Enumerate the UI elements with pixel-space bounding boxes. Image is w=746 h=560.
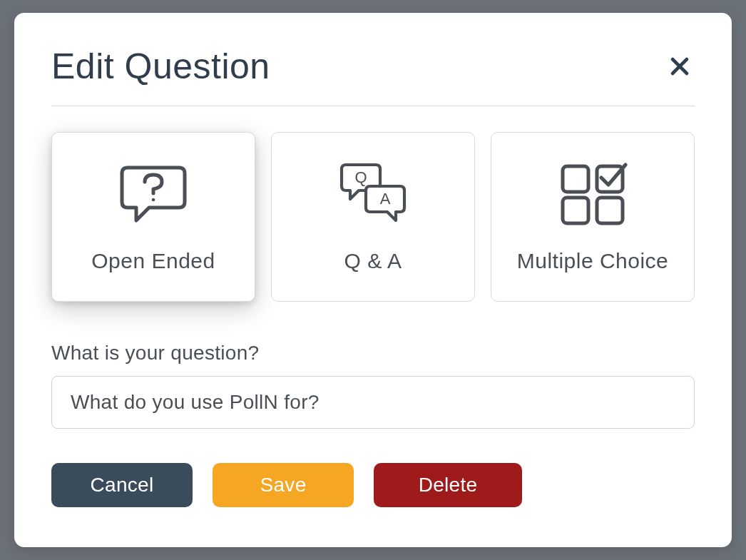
close-button[interactable] <box>665 51 695 81</box>
svg-rect-8 <box>597 198 623 223</box>
cancel-button[interactable]: Cancel <box>51 463 193 507</box>
type-card-multiple-choice[interactable]: Multiple Choice <box>491 132 695 302</box>
svg-point-2 <box>152 198 155 202</box>
question-input-label: What is your question? <box>51 342 695 365</box>
modal-actions: Cancel Save Delete <box>51 463 695 507</box>
svg-text:A: A <box>380 190 391 208</box>
checkbox-grid-icon <box>557 161 628 226</box>
type-card-qa[interactable]: Q A Q & A <box>271 132 475 302</box>
type-label: Multiple Choice <box>517 249 669 273</box>
type-card-open-ended[interactable]: Open Ended <box>51 132 255 302</box>
svg-rect-7 <box>563 198 588 223</box>
question-type-grid: Open Ended Q A Q & A <box>51 132 695 302</box>
qa-bubbles-icon: Q A <box>337 161 409 226</box>
modal-title: Edit Question <box>51 46 270 87</box>
svg-rect-5 <box>563 166 588 192</box>
question-field-block: What is your question? <box>51 342 695 429</box>
modal-header: Edit Question <box>51 46 695 106</box>
speech-bubble-question-icon <box>118 161 189 226</box>
type-label: Open Ended <box>91 249 215 273</box>
close-icon <box>668 54 692 78</box>
save-button[interactable]: Save <box>213 463 354 507</box>
svg-text:Q: Q <box>354 168 367 186</box>
edit-question-modal: Edit Question Open Ended <box>14 13 732 547</box>
question-input[interactable] <box>51 376 695 429</box>
type-label: Q & A <box>344 249 402 273</box>
delete-button[interactable]: Delete <box>374 463 522 507</box>
